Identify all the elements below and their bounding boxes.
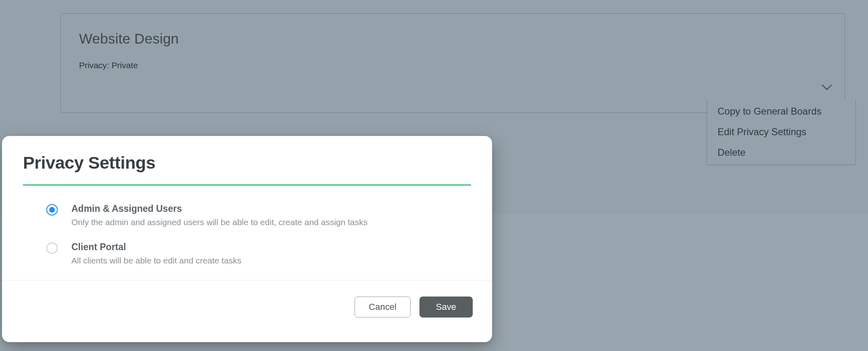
privacy-option-client-portal[interactable]: Client Portal All clients will be able t… — [46, 242, 471, 265]
modal-title: Privacy Settings — [23, 153, 471, 173]
board-title: Website Design — [79, 31, 826, 47]
board-card: Website Design Privacy: Private — [61, 13, 845, 113]
card-context-menu: Copy to General Boards Edit Privacy Sett… — [707, 100, 856, 165]
card-menu-toggle[interactable] — [821, 82, 833, 93]
privacy-options: Admin & Assigned Users Only the admin an… — [2, 186, 492, 265]
option-desc: All clients will be able to edit and cre… — [71, 256, 241, 265]
privacy-option-admin-assigned-users[interactable]: Admin & Assigned Users Only the admin an… — [46, 203, 471, 227]
save-button[interactable]: Save — [419, 297, 473, 318]
radio-client-portal[interactable] — [46, 242, 58, 254]
modal-footer: Cancel Save — [2, 280, 492, 318]
option-text: Client Portal All clients will be able t… — [71, 242, 241, 265]
option-title: Admin & Assigned Users — [71, 203, 367, 214]
option-text: Admin & Assigned Users Only the admin an… — [71, 203, 367, 227]
option-desc: Only the admin and assigned users will b… — [71, 217, 367, 227]
menu-item-delete[interactable]: Delete — [707, 141, 855, 165]
board-privacy-label: Privacy: Private — [79, 61, 826, 70]
cancel-button[interactable]: Cancel — [355, 297, 410, 318]
menu-item-copy-to-general-boards[interactable]: Copy to General Boards — [707, 100, 855, 120]
radio-admin-assigned-users[interactable] — [46, 204, 58, 215]
chevron-down-icon — [822, 84, 832, 91]
modal-header: Privacy Settings — [2, 136, 492, 178]
option-title: Client Portal — [71, 242, 241, 253]
privacy-settings-modal: Privacy Settings Admin & Assigned Users … — [2, 136, 492, 342]
menu-item-edit-privacy-settings[interactable]: Edit Privacy Settings — [707, 120, 855, 141]
